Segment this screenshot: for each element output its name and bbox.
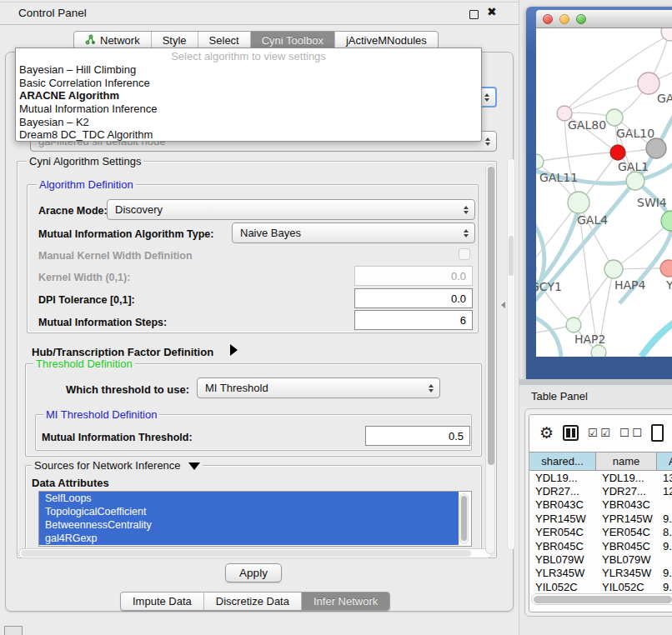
table-row[interactable]: YDR27...YDR27...12: [529, 484, 672, 498]
node-GAL1-red[interactable]: [610, 145, 625, 160]
table-toolbar: ⚙ ☑ ☑ ☐ ☐: [529, 415, 672, 450]
collapse-arrow-icon[interactable]: [188, 462, 200, 470]
manual-kernel-checkbox[interactable]: [459, 248, 470, 260]
algorithm-option[interactable]: Mutual Information Inference: [16, 102, 481, 116]
threshold-definition-title: Threshold Definition: [33, 358, 135, 370]
table-cell: 9.: [657, 580, 672, 593]
node-label: HAP2: [574, 332, 605, 346]
table-panel-frame: ⚙ ☑ ☑ ☐ ☐ shared...nameA YDL19...YDL19..…: [524, 408, 672, 617]
aracne-mode-combobox[interactable]: Discovery: [107, 199, 475, 220]
apply-button[interactable]: Apply: [225, 563, 282, 582]
node-mid-green[interactable]: [626, 172, 644, 190]
splitter-collapse-icon[interactable]: [501, 302, 505, 308]
table-cell: YDL19...: [529, 471, 596, 484]
table-cell: YPR145W: [529, 512, 596, 525]
node-gray-node[interactable]: [646, 138, 666, 158]
table-cell: 8.: [657, 526, 672, 539]
bottom-tabs: Impute DataDiscretize DataInfer Network: [120, 592, 390, 611]
dpi-tolerance-input[interactable]: 0.0: [354, 288, 473, 308]
network-canvas[interactable]: GALGAL80GAL10GAL1GAL11SWI4GAL4GCY1HAP4YH…: [536, 28, 672, 357]
attribute-item[interactable]: TopologicalCoefficient: [39, 505, 459, 518]
tab-style[interactable]: Style: [152, 32, 198, 49]
table-row[interactable]: YBR045CYBR045C9.: [529, 539, 672, 552]
node-GAL4[interactable]: [568, 192, 589, 213]
attributes-scrollbar[interactable]: [459, 493, 469, 544]
expand-arrow-icon[interactable]: [230, 344, 238, 356]
columns-icon[interactable]: [563, 425, 579, 441]
table-rows: YDL19...YDL19...13YDR27...YDR27...12YBR0…: [529, 471, 672, 594]
aracne-mode-value: Discovery: [115, 203, 163, 216]
unchecked-boxes-icon[interactable]: ☐ ☐: [619, 427, 642, 439]
tab-infer-network[interactable]: Infer Network: [302, 592, 389, 610]
network-window-titlebar[interactable]: [536, 10, 672, 28]
tab-discretize-data[interactable]: Discretize Data: [204, 592, 302, 610]
table-cell: 9.: [657, 567, 672, 580]
table-row[interactable]: YIL052CYIL052C9.: [529, 580, 672, 593]
algorithm-option[interactable]: Bayesian – Hill Climbing: [16, 63, 481, 77]
panel-vertical-scrollbar[interactable]: [507, 158, 515, 550]
algorithm-option[interactable]: Dream8 DC_TDC Algorithm: [16, 128, 481, 142]
zoom-window-icon[interactable]: [576, 14, 586, 24]
mi-type-combobox[interactable]: Naive Bayes: [232, 222, 475, 243]
table-cell: YBR043C: [596, 498, 657, 512]
settings-horizontal-scrollbar[interactable]: [18, 548, 492, 558]
network-node-labels: GALGAL80GAL10GAL1GAL11SWI4GAL4GCY1HAP4YH…: [536, 92, 672, 346]
table-row[interactable]: YLR345WYLR345W9.: [529, 567, 672, 580]
checked-boxes-icon[interactable]: ☑ ☑: [588, 427, 610, 439]
column-header-1[interactable]: shared...: [529, 452, 596, 470]
minimized-panel-icon[interactable]: [4, 626, 23, 635]
combo-arrows-icon: [484, 93, 489, 102]
table-row[interactable]: YDL19...YDL19...13: [529, 471, 672, 484]
combo-arrows-icon: [464, 229, 469, 238]
tab-jactivemnodules[interactable]: jActiveMNodules: [335, 32, 438, 49]
attribute-item[interactable]: SelfLoops: [39, 492, 459, 505]
mi-steps-input[interactable]: 6: [354, 310, 473, 330]
table-panel-title: Table Panel: [531, 390, 588, 402]
which-threshold-combobox[interactable]: MI Threshold: [197, 378, 440, 398]
minimize-window-icon[interactable]: [559, 14, 569, 24]
close-panel-icon[interactable]: ✖: [487, 5, 497, 18]
node-GAL10[interactable]: [606, 109, 623, 126]
tab-label: Network: [100, 34, 140, 47]
close-window-icon[interactable]: [543, 14, 553, 24]
file-icon[interactable]: [651, 424, 664, 442]
settings-group-title: Cyni Algorithm Settings: [27, 155, 143, 168]
tab-impute-data[interactable]: Impute Data: [121, 592, 204, 610]
gear-icon[interactable]: ⚙: [539, 423, 554, 442]
node-salmon-node[interactable]: [660, 260, 672, 277]
node-label: GAL4: [577, 213, 608, 227]
node-label: GAL10: [616, 127, 654, 140]
tab-label: jActiveMNodules: [346, 34, 427, 47]
algorithm-option[interactable]: Basic Correlation Inference: [16, 77, 481, 90]
table-cell: YPR145W: [596, 512, 657, 525]
tab-select[interactable]: Select: [198, 32, 251, 49]
table-cell: YDR27...: [529, 484, 596, 498]
attribute-item[interactable]: BetweennessCentrality: [39, 518, 459, 532]
data-attributes-list[interactable]: SelfLoopsTopologicalCoefficientBetweenne…: [38, 491, 472, 547]
pane-divider: [519, 379, 672, 385]
table-row[interactable]: YPR145WYPR145W9.: [529, 512, 672, 525]
tab-cyni-toolbox[interactable]: Cyni Toolbox: [251, 32, 335, 49]
table-row[interactable]: YBL079WYBL079W: [529, 552, 672, 566]
node-label: Y: [665, 278, 672, 292]
algorithm-option[interactable]: Bayesian – K2: [16, 116, 481, 129]
column-header-2[interactable]: name: [596, 452, 657, 470]
table-row[interactable]: YBR043CYBR043C: [529, 498, 672, 512]
mi-threshold-input[interactable]: 0.5: [365, 426, 470, 446]
settings-vertical-scrollbar[interactable]: [485, 164, 495, 554]
node-HAP2[interactable]: [566, 318, 581, 332]
table-horizontal-scrollbar[interactable]: [531, 593, 672, 605]
node-HAP4[interactable]: [604, 260, 623, 278]
algorithm-definition-title: Algorithm Definition: [37, 178, 136, 191]
table-cell: YER054C: [529, 526, 596, 539]
table-cell: [657, 552, 672, 566]
column-header-3[interactable]: A: [657, 452, 672, 470]
node-bottom-partial[interactable]: [591, 345, 606, 357]
float-window-icon[interactable]: [469, 10, 479, 19]
kernel-width-input[interactable]: 0.0: [354, 266, 473, 286]
tab-network[interactable]: Network: [74, 32, 152, 49]
node-label: HAP4: [614, 278, 646, 292]
algorithm-option[interactable]: ARACNE Algorithm: [16, 89, 481, 102]
attribute-item[interactable]: gal4RGexp: [39, 532, 459, 545]
table-row[interactable]: YER054CYER054C8.: [529, 526, 672, 539]
